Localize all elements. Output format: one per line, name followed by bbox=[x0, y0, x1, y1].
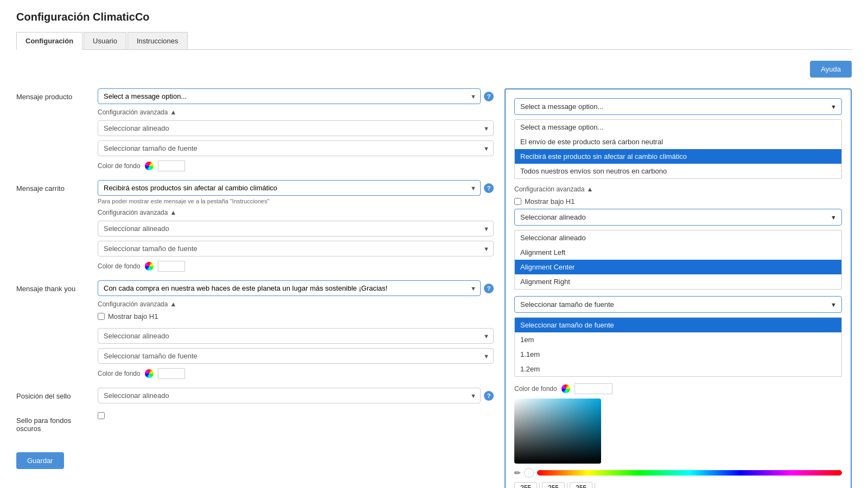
rp-font-option-3[interactable]: 1.2em bbox=[515, 362, 841, 376]
sello-fondos-label: Sello para fondos oscuros bbox=[16, 412, 92, 433]
chevron-up-icon: ▲ bbox=[586, 185, 593, 193]
rp-message-option-1[interactable]: El envío de este producto será carbon ne… bbox=[515, 134, 841, 149]
rp-font-option-1[interactable]: 1em bbox=[515, 332, 841, 347]
hue-slider[interactable] bbox=[537, 470, 842, 476]
sello-fondos-body bbox=[98, 412, 494, 421]
mensaje-producto-row: Mensaje producto Select a message option… bbox=[16, 88, 494, 171]
mensaje-thankyou-row: Mensaje thank you Con cada compra en nue… bbox=[16, 280, 494, 379]
advanced-toggle-thankyou[interactable]: Configuración avanzada ▲ bbox=[98, 300, 494, 308]
rp-message-select[interactable]: Select a message option... bbox=[514, 98, 842, 115]
color-box-producto[interactable] bbox=[158, 160, 185, 171]
color-box-thankyou[interactable] bbox=[158, 368, 185, 379]
mensaje-producto-label: Mensaje producto bbox=[16, 88, 92, 101]
advanced-fields-producto: Seleccionar alineado ▼ Seleccionar tamañ… bbox=[98, 120, 494, 171]
font-select-producto[interactable]: Seleccionar tamaño de fuente bbox=[98, 140, 494, 156]
color-picker[interactable] bbox=[514, 399, 601, 464]
tab-instrucciones[interactable]: Instrucciones bbox=[127, 32, 188, 49]
tab-usuario[interactable]: Usuario bbox=[84, 32, 126, 49]
rp-message-option-placeholder[interactable]: Select a message option... bbox=[515, 120, 841, 134]
rp-alignment-option-2[interactable]: Alignment Center bbox=[515, 260, 841, 274]
rp-alignment-option-1[interactable]: Alignment Left bbox=[515, 245, 841, 260]
posicion-sello-row: Posición del sello Seleccionar alineado … bbox=[16, 388, 494, 403]
color-row-producto: Color de fondo bbox=[98, 160, 494, 171]
rp-font-select[interactable]: Seleccionar tamaño de fuente bbox=[514, 296, 842, 313]
rp-alignment-wrap: Seleccionar alineado ▼ bbox=[514, 209, 842, 226]
mensaje-carrito-body: Recibirá estos productos sin afectar al … bbox=[98, 180, 494, 272]
color-row-thankyou: Color de fondo bbox=[98, 368, 494, 379]
advanced-toggle-producto[interactable]: Configuración avanzada ▲ bbox=[98, 108, 494, 116]
font-select-thankyou[interactable]: Seleccionar tamaño de fuente bbox=[98, 348, 494, 364]
color-swatch-thankyou[interactable] bbox=[145, 369, 154, 378]
alineado-select-thankyou[interactable]: Seleccionar alineado bbox=[98, 328, 494, 344]
color-row-carrito: Color de fondo bbox=[98, 261, 494, 272]
alineado-select-producto[interactable]: Seleccionar alineado bbox=[98, 120, 494, 136]
rp-message-select-wrap: Select a message option... ▼ bbox=[514, 98, 842, 115]
rp-message-option-2[interactable]: Recibirá este producto sin afectar al ca… bbox=[515, 149, 841, 164]
toolbar: Ayuda bbox=[16, 61, 852, 78]
color-swatch-carrito[interactable] bbox=[145, 262, 154, 271]
rp-show-h1-checkbox[interactable] bbox=[514, 198, 521, 205]
font-select-carrito[interactable]: Seleccionar tamaño de fuente bbox=[98, 241, 494, 256]
posicion-sello-label: Posición del sello bbox=[16, 388, 92, 400]
advanced-section-carrito: Configuración avanzada ▲ Seleccionar ali… bbox=[98, 209, 494, 272]
mensaje-carrito-row: Mensaje carrito Recibirá estos productos… bbox=[16, 180, 494, 272]
rp-show-h1-row: Mostrar bajo H1 bbox=[514, 197, 842, 206]
guardar-button[interactable]: Guardar bbox=[16, 452, 64, 469]
separator bbox=[539, 483, 540, 488]
carrito-note: Para poder mostrar este mensaje ve a la … bbox=[98, 198, 494, 204]
help-icon-carrito[interactable]: ? bbox=[484, 183, 494, 193]
right-panel: Select a message option... ▼ Select a me… bbox=[505, 88, 852, 488]
mensaje-carrito-select[interactable]: Recibirá estos productos sin afectar al … bbox=[98, 180, 481, 196]
tab-bar: Configuración Usuario Instrucciones bbox=[16, 32, 852, 50]
rp-font-wrap: Seleccionar tamaño de fuente ▼ bbox=[514, 296, 842, 313]
sello-fondos-row: Sello para fondos oscuros bbox=[16, 412, 494, 433]
separator bbox=[595, 483, 595, 488]
rp-color-swatch[interactable] bbox=[561, 384, 570, 393]
mensaje-thankyou-select-wrap: Con cada compra en nuestra web haces de … bbox=[98, 280, 494, 296]
rp-message-dropdown: Select a message option... El envío de e… bbox=[514, 119, 842, 179]
help-icon-producto[interactable]: ? bbox=[484, 92, 494, 101]
mensaje-producto-select-wrap: Select a message option... ▼ ? bbox=[98, 88, 494, 104]
chevron-up-icon: ▲ bbox=[170, 209, 176, 216]
rp-font-option-2[interactable]: 1.1em bbox=[515, 347, 841, 362]
rgb-g-input[interactable]: 255 bbox=[542, 482, 565, 488]
color-box-carrito[interactable] bbox=[158, 261, 185, 272]
rp-message-option-3[interactable]: Todos nuestros envíos son neutros en car… bbox=[515, 164, 841, 178]
rp-color-box[interactable] bbox=[575, 383, 612, 394]
tab-configuracion[interactable]: Configuración bbox=[16, 32, 82, 50]
alineado-select-carrito[interactable]: Seleccionar alineado bbox=[98, 221, 494, 236]
mensaje-thankyou-select[interactable]: Con cada compra en nuestra web haces de … bbox=[98, 280, 481, 296]
color-swatch-producto[interactable] bbox=[145, 162, 154, 170]
rgb-r-input[interactable]: 255 bbox=[514, 482, 537, 488]
mensaje-producto-select[interactable]: Select a message option... bbox=[98, 88, 481, 104]
rp-font-option-0[interactable]: Seleccionar tamaño de fuente bbox=[515, 318, 841, 332]
ayuda-button[interactable]: Ayuda bbox=[810, 61, 852, 78]
rp-advanced-toggle[interactable]: Configuración avanzada ▲ bbox=[514, 185, 842, 193]
posicion-sello-select-wrap: Seleccionar alineado ▼ ? bbox=[98, 388, 494, 403]
advanced-section-producto: Configuración avanzada ▲ Seleccionar ali… bbox=[98, 108, 494, 171]
separator bbox=[567, 483, 567, 488]
mensaje-thankyou-label: Mensaje thank you bbox=[16, 280, 92, 293]
chevron-up-icon: ▲ bbox=[170, 300, 176, 308]
rgb-row: 255 255 255 bbox=[514, 482, 842, 488]
advanced-toggle-carrito[interactable]: Configuración avanzada ▲ bbox=[98, 209, 494, 216]
show-h1-checkbox-thankyou[interactable] bbox=[98, 313, 105, 320]
color-slider-row: ✏ bbox=[514, 468, 842, 478]
advanced-fields-thankyou: Mostrar bajo H1 Seleccionar alineado ▼ bbox=[98, 312, 494, 379]
circle-button[interactable] bbox=[524, 468, 534, 478]
color-picker-gradient bbox=[514, 399, 601, 464]
help-icon-thankyou[interactable]: ? bbox=[484, 284, 494, 293]
help-icon-posicion[interactable]: ? bbox=[484, 391, 494, 401]
rp-alignment-option-0[interactable]: Seleccionar alineado bbox=[515, 230, 841, 245]
mensaje-thankyou-body: Con cada compra en nuestra web haces de … bbox=[98, 280, 494, 379]
left-panel: Mensaje producto Select a message option… bbox=[16, 88, 494, 488]
rp-alignment-option-3[interactable]: Alignment Right bbox=[515, 274, 841, 289]
mensaje-carrito-select-wrap: Recibirá estos productos sin afectar al … bbox=[98, 180, 494, 196]
rp-alignment-select[interactable]: Seleccionar alineado bbox=[514, 209, 842, 226]
rp-color-row: Color de fondo bbox=[514, 383, 842, 394]
posicion-sello-select[interactable]: Seleccionar alineado bbox=[98, 388, 481, 403]
pencil-icon[interactable]: ✏ bbox=[514, 468, 521, 477]
sello-fondos-checkbox[interactable] bbox=[98, 412, 105, 419]
rgb-b-input[interactable]: 255 bbox=[570, 482, 592, 488]
mensaje-producto-body: Select a message option... ▼ ? Configura… bbox=[98, 88, 494, 171]
